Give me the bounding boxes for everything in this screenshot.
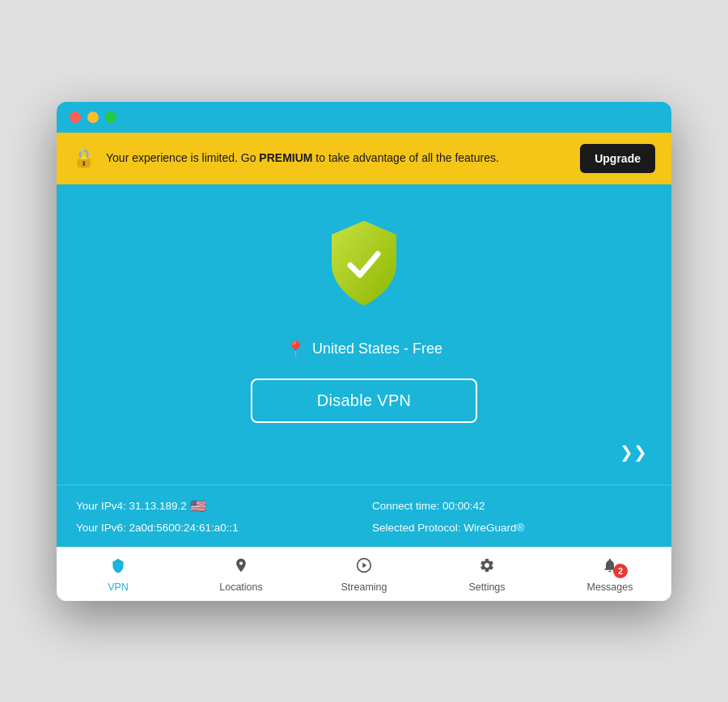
info-bar: Your IPv4: 31.13.189.2 🇺🇸 Connect time: …	[57, 484, 671, 547]
nav-item-vpn[interactable]: VPN	[57, 548, 180, 601]
main-area: 📍 United States - Free Disable VPN ❯❯	[57, 184, 671, 484]
app-window: 🔒 Your experience is limited. Go PREMIUM…	[57, 102, 671, 601]
minimize-button[interactable]	[87, 112, 99, 123]
banner-text: Your experience is limited. Go PREMIUM t…	[106, 150, 569, 167]
settings-icon	[479, 557, 495, 577]
locations-icon	[233, 557, 249, 577]
nav-label-locations: Locations	[219, 581, 263, 593]
nav-label-messages: Messages	[587, 581, 633, 593]
banner-plain-text: Your experience is limited. Go	[106, 151, 259, 164]
ipv6-info: Your IPv6: 2a0d:5600:24:61:a0::1	[76, 522, 356, 534]
maximize-button[interactable]	[105, 112, 116, 123]
shield-icon	[320, 217, 408, 314]
lock-icon: 🔒	[73, 148, 95, 169]
location-row: 📍 United States - Free	[286, 340, 442, 359]
ipv4-label: Your IPv4: 31.13.189.2	[76, 500, 187, 512]
pin-icon: 📍	[286, 340, 306, 359]
upgrade-button[interactable]: Upgrade	[580, 144, 655, 173]
bottom-nav: VPN Locations Streaming	[57, 547, 671, 601]
protocol-info: Selected Protocol: WireGuard®	[372, 522, 652, 534]
ipv4-info: Your IPv4: 31.13.189.2 🇺🇸	[76, 498, 356, 514]
connect-time-label: Connect time: 00:00:42	[372, 500, 485, 512]
messages-icon: 2	[602, 557, 618, 577]
nav-item-streaming[interactable]: Streaming	[303, 548, 425, 601]
protocol-label: Selected Protocol: WireGuard®	[372, 522, 525, 534]
nav-item-locations[interactable]: Locations	[180, 548, 303, 601]
streaming-icon	[356, 557, 372, 577]
banner-suffix-text: to take advantage of all the features.	[312, 151, 498, 164]
location-label: United States - Free	[312, 340, 442, 357]
ipv6-label: Your IPv6: 2a0d:5600:24:61:a0::1	[76, 522, 239, 534]
upgrade-banner: 🔒 Your experience is limited. Go PREMIUM…	[57, 133, 671, 184]
nav-item-messages[interactable]: 2 Messages	[548, 548, 671, 601]
flag-icon: 🇺🇸	[190, 498, 206, 514]
shield-wrapper	[320, 217, 408, 317]
messages-badge: 2	[613, 564, 628, 578]
title-bar	[57, 102, 671, 133]
chevron-down-icon[interactable]: ❯❯	[620, 442, 647, 462]
nav-label-settings: Settings	[468, 581, 505, 593]
banner-bold-text: PREMIUM	[259, 151, 312, 164]
nav-item-settings[interactable]: Settings	[425, 548, 548, 601]
close-button[interactable]	[70, 112, 81, 123]
nav-label-streaming: Streaming	[341, 581, 387, 593]
disable-vpn-button[interactable]: Disable VPN	[251, 378, 478, 423]
svg-marker-1	[362, 562, 366, 568]
vpn-icon	[110, 557, 126, 577]
nav-label-vpn: VPN	[108, 581, 129, 593]
connect-time-info: Connect time: 00:00:42	[372, 498, 652, 514]
